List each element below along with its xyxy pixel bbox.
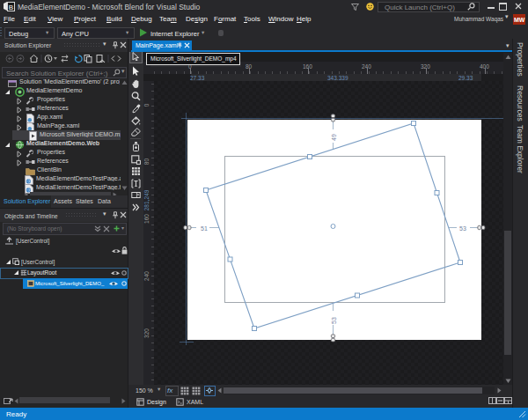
svg-text:49: 49 [331, 134, 337, 141]
svg-text:53: 53 [331, 317, 337, 324]
svg-text:B: B [9, 4, 13, 11]
svg-text:53: 53 [459, 225, 466, 232]
svg-text:51: 51 [201, 225, 208, 232]
